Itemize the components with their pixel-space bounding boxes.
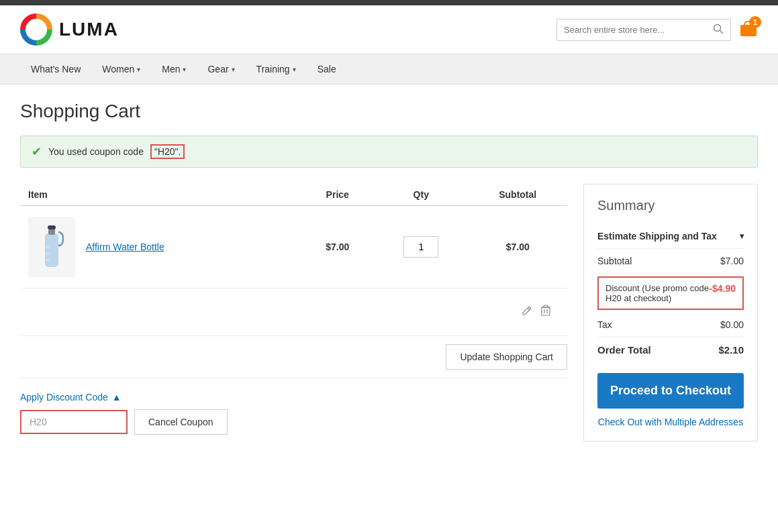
chevron-down-icon: ▾ <box>183 66 186 73</box>
item-cell: Affirm Water Bottle <box>20 206 301 288</box>
coupon-success-message: ✔ You used coupon code "H20". <box>20 136 758 168</box>
tax-label: Tax <box>597 319 612 330</box>
action-cell <box>20 288 567 336</box>
multi-address-checkout-button[interactable]: Check Out with Multiple Addresses <box>597 417 744 427</box>
cart-table-header: Item Price Qty Subtotal <box>20 184 567 206</box>
svg-point-1 <box>714 24 721 31</box>
nav-link-training[interactable]: Training ▾ <box>246 54 307 84</box>
search-bar <box>556 19 731 41</box>
logo-text: LUMA <box>59 19 119 40</box>
discount-description: Discount (Use promo code H20 at checkout… <box>605 283 709 303</box>
item-qty <box>374 206 468 288</box>
product-info: Affirm Water Bottle <box>28 217 293 277</box>
header: LUMA 1 <box>0 5 778 54</box>
nav-list: What's New Women ▾ Men ▾ Gear ▾ Training <box>0 54 778 84</box>
tax-value: $0.00 <box>720 319 744 330</box>
discount-label: Apply Discount Code <box>20 392 108 403</box>
navigation: What's New Women ▾ Men ▾ Gear ▾ Training <box>0 54 778 85</box>
summary-panel: Summary Estimate Shipping and Tax ▾ Subt… <box>583 184 758 441</box>
cart-layout: Item Price Qty Subtotal <box>20 184 758 441</box>
quantity-input[interactable] <box>403 236 438 258</box>
col-header-qty: Qty <box>374 184 468 206</box>
cart-count: 1 <box>749 16 761 28</box>
subtotal-value: $7.00 <box>720 256 744 266</box>
product-name[interactable]: Affirm Water Bottle <box>86 242 164 252</box>
chevron-down-icon: ▾ <box>293 66 296 73</box>
svg-line-2 <box>720 30 724 34</box>
edit-icon <box>522 305 532 316</box>
check-icon: ✔ <box>32 144 42 159</box>
top-bar <box>0 0 778 5</box>
coupon-code: "H20". <box>150 144 185 159</box>
page-title: Shopping Cart <box>20 101 758 122</box>
main-content: Shopping Cart ✔ You used coupon code "H2… <box>0 85 778 458</box>
action-row <box>20 288 567 336</box>
item-actions <box>28 299 559 325</box>
delete-item-button[interactable] <box>540 305 551 319</box>
cart-right: Summary Estimate Shipping and Tax ▾ Subt… <box>583 184 758 441</box>
proceed-to-checkout-button[interactable]: Proceed to Checkout <box>597 373 744 409</box>
summary-title: Summary <box>597 198 744 213</box>
col-header-item: Item <box>20 184 301 206</box>
col-header-price: Price <box>301 184 374 206</box>
order-total-value: $2.10 <box>718 344 744 356</box>
nav-link-women[interactable]: Women ▾ <box>91 54 151 84</box>
search-icon <box>713 23 724 34</box>
logo-icon <box>20 13 52 46</box>
col-header-subtotal: Subtotal <box>468 184 567 206</box>
water-bottle-image <box>35 220 68 274</box>
svg-line-10 <box>528 308 530 310</box>
product-image <box>28 217 75 277</box>
cart-table-body: Affirm Water Bottle $7.00 $7.00 <box>20 206 567 336</box>
svg-rect-13 <box>544 305 548 307</box>
discount-form: Cancel Coupon <box>20 409 567 435</box>
shipping-chevron: ▾ <box>740 231 744 241</box>
search-button[interactable] <box>713 23 724 36</box>
order-total-row: Order Total $2.10 <box>597 337 744 362</box>
nav-item-training: Training ▾ <box>246 54 307 84</box>
cart-table: Item Price Qty Subtotal <box>20 184 567 336</box>
nav-link-men[interactable]: Men ▾ <box>151 54 197 84</box>
logo[interactable]: LUMA <box>20 13 119 46</box>
apply-discount-toggle[interactable]: Apply Discount Code ▲ <box>20 392 121 403</box>
nav-item-whats-new: What's New <box>20 54 91 84</box>
search-input[interactable] <box>564 25 713 35</box>
nav-item-men: Men ▾ <box>151 54 197 84</box>
order-total-label: Order Total <box>597 344 651 356</box>
nav-item-women: Women ▾ <box>91 54 151 84</box>
nav-link-gear[interactable]: Gear ▾ <box>197 54 245 84</box>
subtotal-label: Subtotal <box>597 256 632 266</box>
svg-rect-11 <box>542 307 550 315</box>
header-right: 1 <box>556 19 758 41</box>
svg-rect-4 <box>45 233 58 267</box>
chevron-down-icon: ▾ <box>232 66 235 73</box>
shipping-row: Estimate Shipping and Tax ▾ <box>597 224 744 249</box>
nav-link-whats-new[interactable]: What's New <box>20 54 91 84</box>
cart-left: Item Price Qty Subtotal <box>20 184 567 441</box>
chevron-up-icon: ▲ <box>112 392 121 403</box>
nav-link-sale[interactable]: Sale <box>307 54 347 84</box>
tax-row: Tax $0.00 <box>597 313 744 337</box>
subtotal-row: Subtotal $7.00 <box>597 249 744 274</box>
discount-code-input[interactable] <box>20 410 128 434</box>
cart-button[interactable]: 1 <box>739 19 758 40</box>
discount-amount: -$4.90 <box>709 283 736 294</box>
shipping-label: Estimate Shipping and Tax <box>597 231 717 242</box>
cart-actions: Update Shopping Cart <box>20 336 567 378</box>
success-text-before: You used coupon code <box>48 146 144 157</box>
trash-icon <box>540 305 551 317</box>
nav-item-gear: Gear ▾ <box>197 54 245 84</box>
item-price: $7.00 <box>301 206 374 288</box>
item-subtotal: $7.00 <box>468 206 567 288</box>
discount-row: Discount (Use promo code H20 at checkout… <box>597 276 744 310</box>
nav-item-sale: Sale <box>307 54 347 84</box>
discount-section: Apply Discount Code ▲ Cancel Coupon <box>20 392 567 435</box>
chevron-down-icon: ▾ <box>137 66 140 73</box>
edit-item-button[interactable] <box>522 305 532 319</box>
cancel-coupon-button[interactable]: Cancel Coupon <box>134 409 228 435</box>
table-row: Affirm Water Bottle $7.00 $7.00 <box>20 206 567 288</box>
svg-rect-6 <box>48 225 56 229</box>
update-cart-button[interactable]: Update Shopping Cart <box>446 344 567 370</box>
